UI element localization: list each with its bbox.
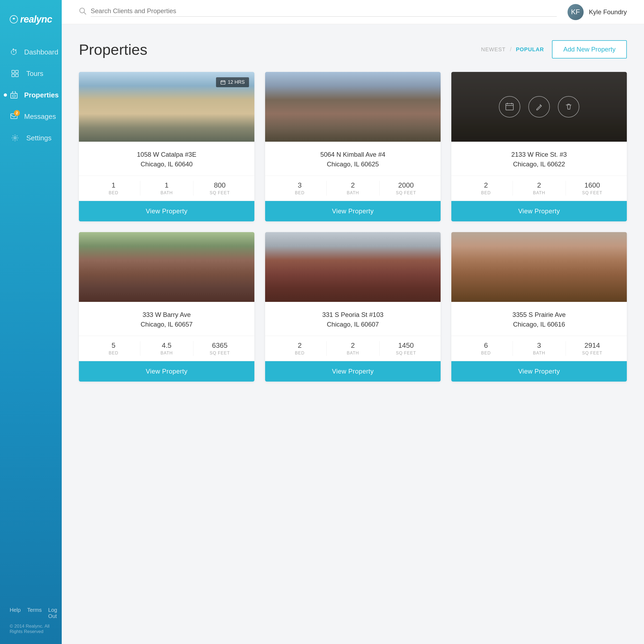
property-image-2	[265, 72, 441, 142]
sidebar-item-label-tours: Tours	[26, 69, 43, 78]
svg-line-10	[84, 12, 86, 14]
search-area	[79, 7, 557, 17]
page-header: Properties NEWEST / POPULAR Add New Prop…	[79, 40, 627, 58]
card-address-1: 1058 W Catalpa #3E Chicago, IL 60640	[87, 150, 246, 169]
edit-button-3[interactable]	[528, 96, 550, 118]
logout-link[interactable]: Log Out	[48, 607, 57, 619]
svg-rect-1	[12, 70, 14, 73]
property-image-1: 12 HRS	[79, 72, 254, 142]
filter-newest[interactable]: NEWEST	[481, 46, 506, 53]
footer-links: Help Terms Log Out	[10, 607, 52, 619]
user-menu[interactable]: KF Kyle Foundry	[568, 4, 627, 20]
settings-icon	[10, 133, 20, 143]
card-stats-1: 1 BED 1 BATH 800 SQ FEET	[79, 175, 254, 201]
sidebar: realync ⏱ Dashboard Tours	[0, 0, 62, 644]
filter-popular[interactable]: POPULAR	[516, 46, 544, 53]
card-body-4: 333 W Barry Ave Chicago, IL 60657 5 BED …	[79, 302, 254, 361]
sidebar-footer: Help Terms Log Out © 2014 Realync. All R…	[0, 597, 62, 644]
svg-rect-15	[506, 104, 513, 110]
logo-icon	[10, 13, 18, 26]
card-address-3: 2133 W Rice St. #3 Chicago, IL 60622	[459, 150, 619, 169]
card-address-4: 333 W Barry Ave Chicago, IL 60657	[87, 310, 246, 329]
search-icon	[79, 7, 86, 17]
active-indicator	[4, 93, 7, 97]
logo-wordmark: realync	[20, 14, 52, 25]
svg-point-8	[14, 137, 16, 139]
property-card-2: 5064 N Kimball Ave #4 Chicago, IL 60625 …	[265, 72, 441, 221]
property-card-3: 2133 W Rice St. #3 Chicago, IL 60622 2 B…	[451, 72, 627, 221]
property-image-4	[79, 232, 254, 302]
terms-link[interactable]: Terms	[27, 607, 42, 619]
card-stats-2: 3 BED 2 BATH 2000 SQ FEET	[265, 175, 441, 201]
stat-bath-4: 4.5 BATH	[140, 336, 193, 361]
stat-bed-4: 5 BED	[87, 336, 140, 361]
card-body-5: 331 S Peoria St #103 Chicago, IL 60607 2…	[265, 302, 441, 361]
property-image-6	[451, 232, 627, 302]
svg-rect-3	[12, 74, 14, 77]
stat-bed-3: 2 BED	[459, 176, 513, 201]
nav-menu: ⏱ Dashboard Tours	[0, 42, 62, 148]
card-body-3: 2133 W Rice St. #3 Chicago, IL 60622 2 B…	[451, 142, 627, 201]
delete-button-3[interactable]	[558, 96, 579, 118]
view-property-button-6[interactable]: View Property	[451, 361, 627, 382]
properties-grid: 12 HRS 1058 W Catalpa #3E Chicago, IL 60…	[79, 72, 627, 382]
property-card-6: 3355 S Prairie Ave Chicago, IL 60616 6 B…	[451, 232, 627, 382]
view-property-button-1[interactable]: View Property	[79, 201, 254, 221]
card-address-6: 3355 S Prairie Ave Chicago, IL 60616	[459, 310, 619, 329]
sidebar-item-label-dashboard: Dashboard	[24, 48, 58, 56]
sidebar-item-label-properties: Properties	[24, 91, 59, 99]
stat-sqft-2: 2000 SQ FEET	[379, 176, 433, 201]
stat-bath-2: 2 BATH	[326, 176, 379, 201]
property-badge-1: 12 HRS	[216, 77, 249, 87]
username: Kyle Foundry	[589, 8, 627, 16]
sidebar-item-properties[interactable]: Properties	[3, 85, 59, 105]
card-stats-5: 2 BED 2 BATH 1450 SQ FEET	[265, 336, 441, 361]
card-stats-6: 6 BED 3 BATH 2914 SQ FEET	[451, 336, 627, 361]
card-body-1: 1058 W Catalpa #3E Chicago, IL 60640 1 B…	[79, 142, 254, 201]
stat-bed-5: 2 BED	[273, 336, 326, 361]
logo-area: realync	[0, 0, 62, 42]
property-card-5: 331 S Peoria St #103 Chicago, IL 60607 2…	[265, 232, 441, 382]
page-title: Properties	[79, 41, 147, 58]
avatar: KF	[568, 4, 584, 20]
view-property-button-3[interactable]: View Property	[451, 201, 627, 221]
top-header: KF Kyle Foundry	[62, 0, 644, 24]
card-actions-overlay-3	[451, 72, 627, 142]
card-stats-3: 2 BED 2 BATH 1600 SQ FEET	[451, 175, 627, 201]
badge-text-1: 12 HRS	[228, 79, 245, 85]
property-image-3	[451, 72, 627, 142]
help-link[interactable]: Help	[10, 607, 21, 619]
copyright: © 2014 Realync. All Rights Reserved	[10, 624, 52, 634]
page-controls: NEWEST / POPULAR Add New Property	[481, 40, 627, 58]
sidebar-item-messages[interactable]: 2 Messages	[3, 106, 59, 127]
stat-bath-1: 1 BATH	[140, 176, 193, 201]
svg-rect-11	[221, 81, 225, 84]
messages-icon: 2	[10, 112, 18, 121]
messages-badge: 2	[14, 110, 20, 116]
svg-rect-2	[16, 70, 18, 73]
add-property-button[interactable]: Add New Property	[552, 40, 627, 58]
property-card-1: 12 HRS 1058 W Catalpa #3E Chicago, IL 60…	[79, 72, 254, 221]
card-address-5: 331 S Peoria St #103 Chicago, IL 60607	[273, 310, 433, 329]
card-body-6: 3355 S Prairie Ave Chicago, IL 60616 6 B…	[451, 302, 627, 361]
view-property-button-2[interactable]: View Property	[265, 201, 441, 221]
schedule-button-3[interactable]	[499, 96, 520, 118]
stat-bath-5: 2 BATH	[326, 336, 379, 361]
sidebar-item-settings[interactable]: Settings	[3, 128, 59, 148]
stat-sqft-3: 1600 SQ FEET	[566, 176, 619, 201]
stat-sqft-4: 6365 SQ FEET	[193, 336, 246, 361]
tours-icon	[10, 69, 20, 78]
stat-bed-1: 1 BED	[87, 176, 140, 201]
page-content: Properties NEWEST / POPULAR Add New Prop…	[62, 24, 644, 644]
view-property-button-5[interactable]: View Property	[265, 361, 441, 382]
card-stats-4: 5 BED 4.5 BATH 6365 SQ FEET	[79, 336, 254, 361]
property-card-4: 333 W Barry Ave Chicago, IL 60657 5 BED …	[79, 232, 254, 382]
card-address-2: 5064 N Kimball Ave #4 Chicago, IL 60625	[273, 150, 433, 169]
filter-tabs: NEWEST / POPULAR	[481, 46, 544, 53]
stat-bed-6: 6 BED	[459, 336, 513, 361]
sidebar-item-dashboard[interactable]: ⏱ Dashboard	[3, 42, 59, 62]
sidebar-item-label-messages: Messages	[24, 112, 56, 121]
search-input[interactable]	[91, 7, 557, 17]
sidebar-item-tours[interactable]: Tours	[3, 63, 59, 84]
view-property-button-4[interactable]: View Property	[79, 361, 254, 382]
